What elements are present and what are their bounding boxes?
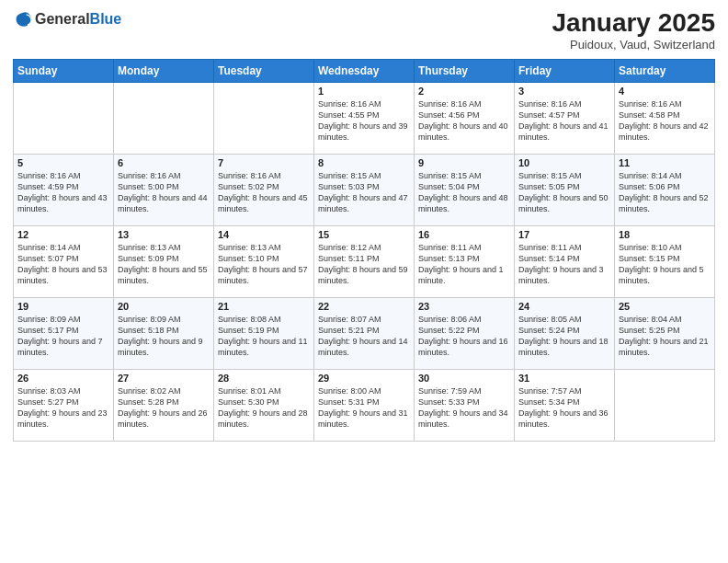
week-row-3: 12Sunrise: 8:14 AM Sunset: 5:07 PM Dayli… xyxy=(14,225,715,297)
day-cell-1-3: 8Sunrise: 8:15 AM Sunset: 5:03 PM Daylig… xyxy=(314,154,415,225)
calendar-subtitle: Puidoux, Vaud, Switzerland xyxy=(552,38,715,52)
day-info: Sunrise: 8:13 AM Sunset: 5:09 PM Dayligh… xyxy=(118,242,210,287)
day-info: Sunrise: 8:06 AM Sunset: 5:22 PM Dayligh… xyxy=(418,314,510,359)
day-cell-0-1 xyxy=(114,82,214,154)
day-info: Sunrise: 8:14 AM Sunset: 5:06 PM Dayligh… xyxy=(619,170,711,215)
day-number: 23 xyxy=(418,301,510,312)
day-cell-2-4: 16Sunrise: 8:11 AM Sunset: 5:13 PM Dayli… xyxy=(415,225,515,297)
day-info: Sunrise: 8:03 AM Sunset: 5:27 PM Dayligh… xyxy=(17,385,109,431)
day-cell-3-4: 23Sunrise: 8:06 AM Sunset: 5:22 PM Dayli… xyxy=(415,297,515,369)
week-row-1: 1Sunrise: 8:16 AM Sunset: 4:55 PM Daylig… xyxy=(14,82,715,154)
day-cell-0-0 xyxy=(14,82,114,154)
logo-text: GeneralBlue xyxy=(35,11,121,28)
day-number: 14 xyxy=(218,229,310,240)
day-cell-3-1: 20Sunrise: 8:09 AM Sunset: 5:18 PM Dayli… xyxy=(114,297,214,369)
col-tuesday: Tuesday xyxy=(214,59,314,82)
day-info: Sunrise: 8:02 AM Sunset: 5:28 PM Dayligh… xyxy=(118,385,210,431)
day-cell-1-1: 6Sunrise: 8:16 AM Sunset: 5:00 PM Daylig… xyxy=(114,154,214,225)
day-info: Sunrise: 8:15 AM Sunset: 5:05 PM Dayligh… xyxy=(518,170,610,215)
logo-general: General xyxy=(35,11,90,27)
day-info: Sunrise: 7:59 AM Sunset: 5:33 PM Dayligh… xyxy=(418,385,510,431)
day-cell-4-4: 30Sunrise: 7:59 AM Sunset: 5:33 PM Dayli… xyxy=(415,369,515,441)
day-number: 30 xyxy=(418,373,510,384)
day-info: Sunrise: 8:01 AM Sunset: 5:30 PM Dayligh… xyxy=(218,385,310,431)
page: GeneralBlue January 2025 Puidoux, Vaud, … xyxy=(0,0,728,563)
day-number: 11 xyxy=(619,157,711,168)
day-cell-4-1: 27Sunrise: 8:02 AM Sunset: 5:28 PM Dayli… xyxy=(114,369,214,441)
day-number: 25 xyxy=(619,301,711,312)
day-number: 15 xyxy=(318,229,410,240)
day-number: 21 xyxy=(218,301,310,312)
day-number: 13 xyxy=(118,229,210,240)
day-cell-2-2: 14Sunrise: 8:13 AM Sunset: 5:10 PM Dayli… xyxy=(214,225,314,297)
logo-blue: Blue xyxy=(90,11,122,27)
day-info: Sunrise: 8:08 AM Sunset: 5:19 PM Dayligh… xyxy=(218,314,310,359)
day-cell-1-6: 11Sunrise: 8:14 AM Sunset: 5:06 PM Dayli… xyxy=(615,154,715,225)
title-block: January 2025 Puidoux, Vaud, Switzerland xyxy=(552,9,715,52)
day-cell-1-4: 9Sunrise: 8:15 AM Sunset: 5:04 PM Daylig… xyxy=(415,154,515,225)
day-cell-1-0: 5Sunrise: 8:16 AM Sunset: 4:59 PM Daylig… xyxy=(14,154,114,225)
day-info: Sunrise: 7:57 AM Sunset: 5:34 PM Dayligh… xyxy=(518,385,610,431)
day-info: Sunrise: 8:09 AM Sunset: 5:18 PM Dayligh… xyxy=(118,314,210,359)
header: GeneralBlue January 2025 Puidoux, Vaud, … xyxy=(13,9,715,52)
day-number: 1 xyxy=(318,86,410,97)
day-info: Sunrise: 8:16 AM Sunset: 4:58 PM Dayligh… xyxy=(619,98,711,144)
day-cell-2-6: 18Sunrise: 8:10 AM Sunset: 5:15 PM Dayli… xyxy=(615,225,715,297)
col-friday: Friday xyxy=(515,59,615,82)
day-info: Sunrise: 8:07 AM Sunset: 5:21 PM Dayligh… xyxy=(318,314,410,359)
day-number: 9 xyxy=(418,157,510,168)
day-number: 26 xyxy=(17,373,109,384)
day-cell-2-3: 15Sunrise: 8:12 AM Sunset: 5:11 PM Dayli… xyxy=(314,225,415,297)
day-cell-0-4: 2Sunrise: 8:16 AM Sunset: 4:56 PM Daylig… xyxy=(415,82,515,154)
day-cell-4-2: 28Sunrise: 8:01 AM Sunset: 5:30 PM Dayli… xyxy=(214,369,314,441)
day-info: Sunrise: 8:10 AM Sunset: 5:15 PM Dayligh… xyxy=(619,242,711,287)
day-number: 6 xyxy=(118,157,210,168)
col-thursday: Thursday xyxy=(415,59,515,82)
day-info: Sunrise: 8:16 AM Sunset: 4:55 PM Dayligh… xyxy=(318,98,410,144)
day-cell-2-5: 17Sunrise: 8:11 AM Sunset: 5:14 PM Dayli… xyxy=(515,225,615,297)
day-number: 27 xyxy=(118,373,210,384)
day-cell-3-5: 24Sunrise: 8:05 AM Sunset: 5:24 PM Dayli… xyxy=(515,297,615,369)
logo: GeneralBlue xyxy=(13,9,121,29)
day-cell-0-5: 3Sunrise: 8:16 AM Sunset: 4:57 PM Daylig… xyxy=(515,82,615,154)
day-info: Sunrise: 8:15 AM Sunset: 5:04 PM Dayligh… xyxy=(418,170,510,215)
day-cell-1-2: 7Sunrise: 8:16 AM Sunset: 5:02 PM Daylig… xyxy=(214,154,314,225)
day-info: Sunrise: 8:11 AM Sunset: 5:14 PM Dayligh… xyxy=(518,242,610,287)
calendar-header-row: Sunday Monday Tuesday Wednesday Thursday… xyxy=(14,59,715,82)
day-cell-0-2 xyxy=(214,82,314,154)
day-number: 5 xyxy=(17,157,109,168)
day-cell-4-5: 31Sunrise: 7:57 AM Sunset: 5:34 PM Dayli… xyxy=(515,369,615,441)
day-number: 16 xyxy=(418,229,510,240)
week-row-4: 19Sunrise: 8:09 AM Sunset: 5:17 PM Dayli… xyxy=(14,297,715,369)
calendar-table: Sunday Monday Tuesday Wednesday Thursday… xyxy=(13,59,715,442)
day-number: 3 xyxy=(518,86,610,97)
day-cell-4-0: 26Sunrise: 8:03 AM Sunset: 5:27 PM Dayli… xyxy=(14,369,114,441)
col-monday: Monday xyxy=(114,59,214,82)
day-info: Sunrise: 8:00 AM Sunset: 5:31 PM Dayligh… xyxy=(318,385,410,431)
day-info: Sunrise: 8:05 AM Sunset: 5:24 PM Dayligh… xyxy=(518,314,610,359)
day-number: 24 xyxy=(518,301,610,312)
day-cell-3-3: 22Sunrise: 8:07 AM Sunset: 5:21 PM Dayli… xyxy=(314,297,415,369)
calendar-title: January 2025 xyxy=(552,9,715,38)
logo-icon xyxy=(13,9,33,29)
day-number: 7 xyxy=(218,157,310,168)
col-wednesday: Wednesday xyxy=(314,59,415,82)
day-number: 22 xyxy=(318,301,410,312)
day-number: 20 xyxy=(118,301,210,312)
day-info: Sunrise: 8:13 AM Sunset: 5:10 PM Dayligh… xyxy=(218,242,310,287)
day-info: Sunrise: 8:16 AM Sunset: 4:59 PM Dayligh… xyxy=(17,170,109,215)
day-info: Sunrise: 8:14 AM Sunset: 5:07 PM Dayligh… xyxy=(17,242,109,287)
day-info: Sunrise: 8:09 AM Sunset: 5:17 PM Dayligh… xyxy=(17,314,109,359)
col-saturday: Saturday xyxy=(615,59,715,82)
day-info: Sunrise: 8:12 AM Sunset: 5:11 PM Dayligh… xyxy=(318,242,410,287)
day-number: 12 xyxy=(17,229,109,240)
day-info: Sunrise: 8:16 AM Sunset: 5:00 PM Dayligh… xyxy=(118,170,210,215)
day-number: 28 xyxy=(218,373,310,384)
day-info: Sunrise: 8:16 AM Sunset: 4:56 PM Dayligh… xyxy=(418,98,510,144)
day-cell-2-0: 12Sunrise: 8:14 AM Sunset: 5:07 PM Dayli… xyxy=(14,225,114,297)
week-row-5: 26Sunrise: 8:03 AM Sunset: 5:27 PM Dayli… xyxy=(14,369,715,441)
col-sunday: Sunday xyxy=(14,59,114,82)
day-number: 29 xyxy=(318,373,410,384)
day-cell-0-6: 4Sunrise: 8:16 AM Sunset: 4:58 PM Daylig… xyxy=(615,82,715,154)
week-row-2: 5Sunrise: 8:16 AM Sunset: 4:59 PM Daylig… xyxy=(14,154,715,225)
